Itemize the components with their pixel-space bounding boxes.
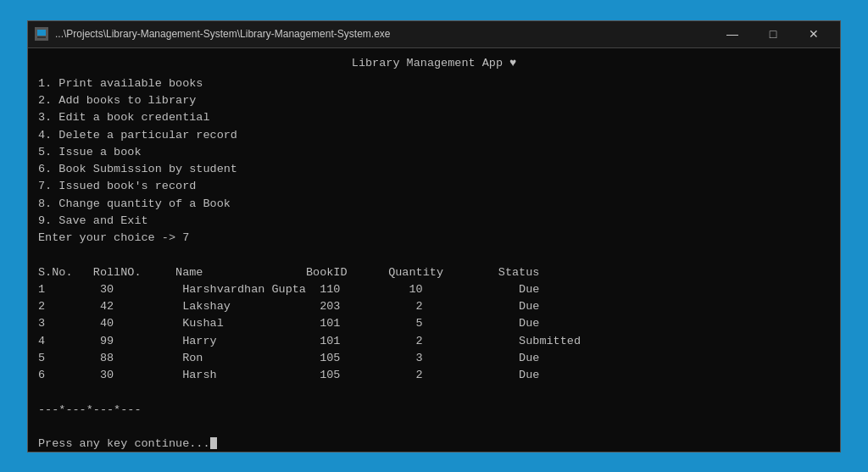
table-row-4: 4 99 Harry 101 2 Submitted bbox=[38, 333, 830, 350]
console-window: ...\Projects\Library-Management-System\L… bbox=[27, 20, 841, 453]
menu-item-1: 1. Print available books bbox=[38, 75, 830, 92]
minimize-button[interactable]: — bbox=[713, 20, 752, 47]
input-prompt: Enter your choice -> 7 bbox=[38, 230, 830, 247]
menu-item-2: 2. Add books to library bbox=[38, 92, 830, 109]
menu-item-6: 6. Book Submission by student bbox=[38, 161, 830, 178]
separator: ---*---*---*--- bbox=[38, 402, 830, 419]
titlebar-left: ...\Projects\Library-Management-System\L… bbox=[35, 27, 390, 41]
table-row-6: 6 30 Harsh 105 2 Due bbox=[38, 367, 830, 384]
table-row-5: 5 88 Ron 105 3 Due bbox=[38, 350, 830, 367]
table-row-1: 1 30 Harshvardhan Gupta 110 10 Due bbox=[38, 281, 830, 298]
menu-item-8: 8. Change quantity of a Book bbox=[38, 196, 830, 213]
table-row-2: 2 42 Lakshay 203 2 Due bbox=[38, 298, 830, 315]
empty-line-2 bbox=[38, 384, 830, 401]
titlebar: ...\Projects\Library-Management-System\L… bbox=[28, 21, 840, 48]
empty-line-3 bbox=[38, 419, 830, 436]
cursor bbox=[210, 437, 217, 449]
menu-item-7: 7. Issued book's record bbox=[38, 178, 830, 195]
menu-item-9: 9. Save and Exit bbox=[38, 213, 830, 230]
console-body: Library Management App ♥ 1. Print availa… bbox=[28, 48, 840, 452]
app-title: Library Management App ♥ bbox=[38, 55, 830, 72]
close-button[interactable]: ✕ bbox=[794, 20, 833, 47]
svg-rect-1 bbox=[37, 30, 46, 36]
app-icon bbox=[35, 27, 48, 41]
maximize-button[interactable]: □ bbox=[754, 20, 793, 47]
menu-item-5: 5. Issue a book bbox=[38, 144, 830, 161]
menu-item-3: 3. Edit a book credential bbox=[38, 109, 830, 126]
svg-rect-2 bbox=[37, 36, 46, 38]
press-continue: Press any key continue... bbox=[38, 436, 830, 452]
menu-item-4: 4. Delete a particular record bbox=[38, 127, 830, 144]
table-row-3: 3 40 Kushal 101 5 Due bbox=[38, 315, 830, 332]
window-controls: — □ ✕ bbox=[713, 20, 833, 47]
table-header: S.No. RollNO. Name BookID Quantity Statu… bbox=[38, 264, 830, 281]
empty-line-1 bbox=[38, 247, 830, 264]
window-title: ...\Projects\Library-Management-System\L… bbox=[55, 28, 390, 40]
